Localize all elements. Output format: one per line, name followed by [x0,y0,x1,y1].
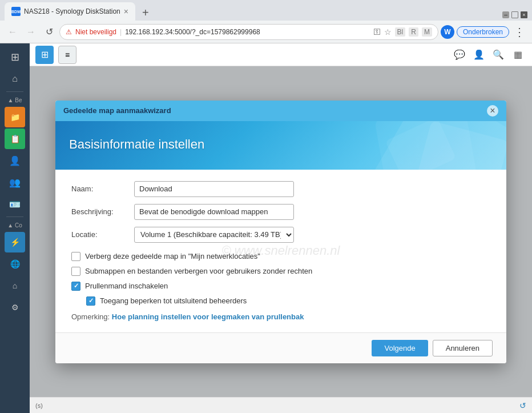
form-row-location: Locatie: Volume 1 (Beschikbare capacitei… [71,227,490,243]
address-separator: | [120,28,122,36]
tab-title: NAS218 - Synology DiskStation [24,7,120,15]
maximize-button[interactable] [511,11,518,18]
active-tab[interactable]: BDM NAS218 - Synology DiskStation × [5,2,135,21]
dialog-close-button[interactable]: × [487,105,498,117]
sidebar-item-home[interactable]: ⌂ [5,69,25,89]
name-label: Naam: [71,185,134,193]
dialog-header: Gedeelde map aanmaakwizard × [55,101,506,121]
checkbox-recycle-bin-label: Prullenmand inschakelen [85,282,168,290]
dialog-body: © www.snelrennen.nl Naam: Beschrijving: [55,170,506,332]
new-tab-button[interactable]: + [138,5,154,21]
syno-app1-icon[interactable]: ⊞ [35,46,54,64]
sidebar-item-shared-folders[interactable]: 📁 [5,107,25,127]
checkbox-row-hide-subfolders: Submappen en bestanden verbergen voor ge… [71,267,490,276]
sidebar-item-apps[interactable]: ⊞ [5,47,25,67]
security-warning-icon: ⚠ [66,28,72,36]
checkbox-admin-only-label: Toegang beperken tot uitsluitend beheerd… [100,296,247,305]
location-select[interactable]: Volume 1 (Beschikbare capaciteit: 3.49 T… [134,227,294,243]
user-icon[interactable]: 👤 [470,46,487,63]
form-row-description: Beschrijving: [71,204,490,220]
profile-button[interactable]: W Onderbroken [441,25,509,39]
bottom-bar: (s) ↺ [30,397,532,413]
name-input[interactable] [134,181,294,197]
bottom-info: (s) [35,402,43,409]
sidebar-item-settings[interactable]: ⚙ [5,297,25,318]
sidebar-item-network[interactable]: 🌐 [5,254,25,274]
checkbox-admin-only[interactable]: ✓ [86,296,95,306]
sidebar-item-power[interactable]: ⚡ [5,232,25,252]
remark-link[interactable]: Hoe planning instellen voor leegmaken va… [112,312,304,321]
tab-close-icon[interactable]: × [124,7,128,16]
checkbox-hide-network-label: Verberg deze gedeelde map in "Mijn netwe… [85,252,260,260]
form-row-name: Naam: [71,181,490,197]
star-icon[interactable]: ☆ [384,27,392,37]
remark-prefix: Opmerking: [71,312,110,321]
browser-ext3-icon[interactable]: M [422,27,432,37]
browser-window: BDM NAS218 - Synology DiskStation × + ─ … [0,0,532,413]
description-label: Beschrijving: [71,207,134,216]
checkbox-hide-subfolders-label: Submappen en bestanden verbergen voor ge… [85,267,312,275]
reload-button[interactable]: ↺ [41,24,57,40]
dialog-banner-title: Basisinformatie instellen [69,137,204,151]
search-icon[interactable]: 🔍 [490,46,507,63]
sidebar-item-domain[interactable]: 🪪 [5,194,25,214]
key-icon[interactable]: ⚿ [373,27,381,36]
checkbox-recycle-bin[interactable]: ✓ [71,282,80,291]
grid-icon[interactable]: ▦ [509,46,526,63]
description-input[interactable] [134,204,294,220]
location-label: Locatie: [71,230,134,239]
back-button[interactable]: ← [5,24,21,40]
sidebar-item-home2[interactable]: ⌂ [5,275,25,296]
content-area: Gedeelde map aanmaakwizard × Basisinform… [30,66,532,397]
tab-favicon: BDM [11,7,21,16]
next-button[interactable]: Volgende [372,340,428,356]
sidebar-section-co[interactable]: ▲ Co [5,219,25,231]
browser-menu-button[interactable]: ⋮ [511,25,527,39]
address-text: 192.168.192.34:5000/?_dc=1579862999968 [125,28,260,36]
sidebar-section-be[interactable]: ▲ Be [5,94,25,106]
address-bar[interactable]: ⚠ Niet beveiligd | 192.168.192.34:5000/?… [59,24,438,40]
browser-content: ⊞ ⌂ ▲ Be 📁 📋 👤 👥 🪪 ▲ Co ⚡ 🌐 ⌂ ⚙ ⊞ ≡ [0,43,532,413]
chat-icon[interactable]: 💬 [451,46,468,63]
main-panel: ⊞ ≡ 💬 👤 🔍 ▦ Gedeelde map aanm [30,43,532,413]
forward-button[interactable]: → [23,24,39,40]
security-warning-text: Niet beveiligd [75,28,116,36]
sidebar-divider1 [6,91,23,92]
checkbox-row-recycle-bin: ✓ Prullenmand inschakelen [71,282,490,291]
checkbox-hide-network[interactable] [71,252,80,261]
tab-bar: BDM NAS218 - Synology DiskStation × + ─ … [0,0,532,21]
checkbox-row-admin-only: ✓ Toegang beperken tot uitsluitend behee… [86,296,490,306]
checkbox-hide-subfolders[interactable] [71,267,80,276]
checkbox-row-hide-network: Verberg deze gedeelde map in "Mijn netwe… [71,252,490,261]
profile-label[interactable]: Onderbroken [457,26,509,38]
browser-ext2-icon[interactable]: R [409,27,418,37]
dialog-footer: Volgende Annuleren [55,332,506,363]
sidebar-item-groups[interactable]: 👥 [5,172,25,193]
browser-toolbar: ← → ↺ ⚠ Niet beveiligd | 192.168.192.34:… [0,21,532,43]
bottom-refresh-icon[interactable]: ↺ [519,401,526,410]
syno-sidebar: ⊞ ⌂ ▲ Be 📁 📋 👤 👥 🪪 ▲ Co ⚡ 🌐 ⌂ ⚙ [0,43,30,413]
sidebar-item-users[interactable]: 👤 [5,150,25,171]
syno-topbar: ⊞ ≡ 💬 👤 🔍 ▦ [30,43,532,66]
dialog-banner: Basisinformatie instellen [55,121,506,170]
minimize-button[interactable]: ─ [502,11,509,18]
browser-ext1-icon[interactable]: Bl [395,27,406,37]
cancel-button[interactable]: Annuleren [433,340,493,356]
syno-app2-icon[interactable]: ≡ [58,46,76,64]
remark-row: Opmerking: Hoe planning instellen voor l… [71,312,490,321]
sidebar-divider2 [6,216,23,217]
close-window-button[interactable]: × [521,11,527,18]
dialog-overlay: Gedeelde map aanmaakwizard × Basisinform… [30,66,532,397]
dialog: Gedeelde map aanmaakwizard × Basisinform… [55,101,506,363]
dialog-title: Gedeelde map aanmaakwizard [63,106,171,115]
sidebar-item-b2[interactable]: 📋 [5,129,25,149]
